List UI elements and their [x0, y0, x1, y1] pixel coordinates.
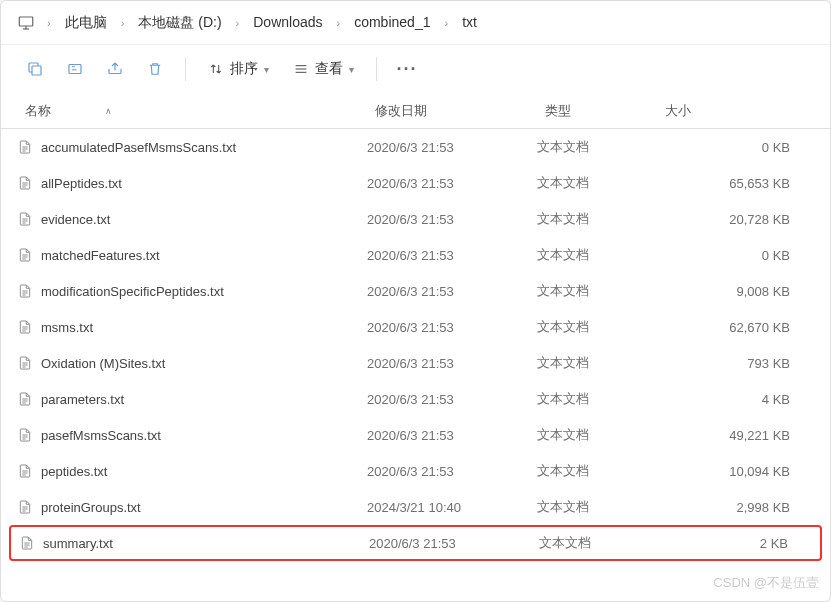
toolbar: 排序 ▾ 查看 ▾ ··· — [1, 45, 830, 93]
file-name: matchedFeatures.txt — [41, 248, 160, 263]
copy-button[interactable] — [17, 51, 53, 87]
file-type: 文本文档 — [539, 534, 659, 552]
text-file-icon — [17, 283, 33, 299]
chevron-right-icon: › — [39, 17, 59, 29]
file-date: 2020/6/3 21:53 — [367, 428, 537, 443]
chevron-right-icon: › — [113, 17, 133, 29]
file-type: 文本文档 — [537, 210, 657, 228]
more-button[interactable]: ··· — [389, 51, 425, 87]
file-type: 文本文档 — [537, 138, 657, 156]
file-list: accumulatedPasefMsmsScans.txt2020/6/3 21… — [1, 129, 830, 601]
text-file-icon — [17, 175, 33, 191]
sort-ascending-icon: ∧ — [105, 106, 112, 116]
file-row[interactable]: matchedFeatures.txt2020/6/3 21:53文本文档0 K… — [9, 237, 822, 273]
file-row[interactable]: pasefMsmsScans.txt2020/6/3 21:53文本文档49,2… — [9, 417, 822, 453]
file-name: parameters.txt — [41, 392, 124, 407]
text-file-icon — [17, 391, 33, 407]
watermark: CSDN @不是伍壹 — [713, 574, 819, 592]
file-row[interactable]: msms.txt2020/6/3 21:53文本文档62,670 KB — [9, 309, 822, 345]
file-row[interactable]: accumulatedPasefMsmsScans.txt2020/6/3 21… — [9, 129, 822, 165]
file-date: 2024/3/21 10:40 — [367, 500, 537, 515]
breadcrumb-item[interactable]: txt — [456, 10, 483, 34]
sort-label: 排序 — [230, 60, 258, 78]
breadcrumb-item[interactable]: combined_1 — [348, 10, 436, 34]
file-row[interactable]: parameters.txt2020/6/3 21:53文本文档4 KB — [9, 381, 822, 417]
file-date: 2020/6/3 21:53 — [367, 284, 537, 299]
file-date: 2020/6/3 21:53 — [367, 140, 537, 155]
column-headers: 名称 ∧ 修改日期 类型 大小 — [1, 93, 830, 129]
file-size: 0 KB — [657, 140, 814, 155]
file-size: 10,094 KB — [657, 464, 814, 479]
chevron-right-icon: › — [329, 17, 349, 29]
column-header-type[interactable]: 类型 — [537, 102, 657, 120]
file-date: 2020/6/3 21:53 — [367, 356, 537, 371]
view-label: 查看 — [315, 60, 343, 78]
file-row[interactable]: allPeptides.txt2020/6/3 21:53文本文档65,653 … — [9, 165, 822, 201]
file-date: 2020/6/3 21:53 — [367, 176, 537, 191]
file-explorer-window: ›此电脑›本地磁盘 (D:)›Downloads›combined_1›txt … — [0, 0, 831, 602]
file-row[interactable]: evidence.txt2020/6/3 21:53文本文档20,728 KB — [9, 201, 822, 237]
share-button[interactable] — [97, 51, 133, 87]
file-date: 2020/6/3 21:53 — [367, 212, 537, 227]
file-row[interactable]: peptides.txt2020/6/3 21:53文本文档10,094 KB — [9, 453, 822, 489]
file-type: 文本文档 — [537, 174, 657, 192]
toolbar-divider — [376, 57, 377, 81]
text-file-icon — [17, 463, 33, 479]
file-size: 49,221 KB — [657, 428, 814, 443]
column-header-name[interactable]: 名称 ∧ — [17, 102, 367, 120]
file-name: msms.txt — [41, 320, 93, 335]
sort-button[interactable]: 排序 ▾ — [198, 54, 279, 84]
delete-button[interactable] — [137, 51, 173, 87]
file-name: Oxidation (M)Sites.txt — [41, 356, 165, 371]
file-size: 0 KB — [657, 248, 814, 263]
svg-rect-0 — [19, 17, 33, 26]
chevron-right-icon: › — [228, 17, 248, 29]
text-file-icon — [17, 355, 33, 371]
file-size: 793 KB — [657, 356, 814, 371]
file-name: proteinGroups.txt — [41, 500, 141, 515]
chevron-down-icon: ▾ — [264, 64, 269, 75]
file-name: accumulatedPasefMsmsScans.txt — [41, 140, 236, 155]
file-size: 2,998 KB — [657, 500, 814, 515]
breadcrumb-item[interactable]: 本地磁盘 (D:) — [132, 10, 227, 34]
text-file-icon — [19, 535, 35, 551]
file-type: 文本文档 — [537, 390, 657, 408]
file-date: 2020/6/3 21:53 — [367, 392, 537, 407]
file-name: evidence.txt — [41, 212, 110, 227]
file-type: 文本文档 — [537, 246, 657, 264]
file-type: 文本文档 — [537, 318, 657, 336]
file-name: peptides.txt — [41, 464, 108, 479]
file-size: 4 KB — [657, 392, 814, 407]
text-file-icon — [17, 427, 33, 443]
file-row[interactable]: Oxidation (M)Sites.txt2020/6/3 21:53文本文档… — [9, 345, 822, 381]
file-date: 2020/6/3 21:53 — [367, 320, 537, 335]
breadcrumb-item[interactable]: Downloads — [247, 10, 328, 34]
file-size: 20,728 KB — [657, 212, 814, 227]
file-size: 9,008 KB — [657, 284, 814, 299]
file-type: 文本文档 — [537, 426, 657, 444]
breadcrumb-bar: ›此电脑›本地磁盘 (D:)›Downloads›combined_1›txt — [1, 1, 830, 45]
chevron-down-icon: ▾ — [349, 64, 354, 75]
sort-icon — [208, 61, 224, 77]
rename-button[interactable] — [57, 51, 93, 87]
breadcrumb-item[interactable]: 此电脑 — [59, 10, 113, 34]
svg-rect-4 — [69, 65, 81, 74]
file-name: modificationSpecificPeptides.txt — [41, 284, 224, 299]
file-type: 文本文档 — [537, 462, 657, 480]
file-date: 2020/6/3 21:53 — [367, 464, 537, 479]
file-date: 2020/6/3 21:53 — [369, 536, 539, 551]
file-date: 2020/6/3 21:53 — [367, 248, 537, 263]
file-row[interactable]: summary.txt2020/6/3 21:53文本文档2 KB — [9, 525, 822, 561]
toolbar-divider — [185, 57, 186, 81]
text-file-icon — [17, 247, 33, 263]
file-row[interactable]: modificationSpecificPeptides.txt2020/6/3… — [9, 273, 822, 309]
view-icon — [293, 61, 309, 77]
file-size: 65,653 KB — [657, 176, 814, 191]
column-header-date[interactable]: 修改日期 — [367, 102, 537, 120]
column-header-size[interactable]: 大小 — [657, 102, 814, 120]
file-row[interactable]: proteinGroups.txt2024/3/21 10:40文本文档2,99… — [9, 489, 822, 525]
view-button[interactable]: 查看 ▾ — [283, 54, 364, 84]
file-name: pasefMsmsScans.txt — [41, 428, 161, 443]
file-type: 文本文档 — [537, 354, 657, 372]
file-size: 62,670 KB — [657, 320, 814, 335]
